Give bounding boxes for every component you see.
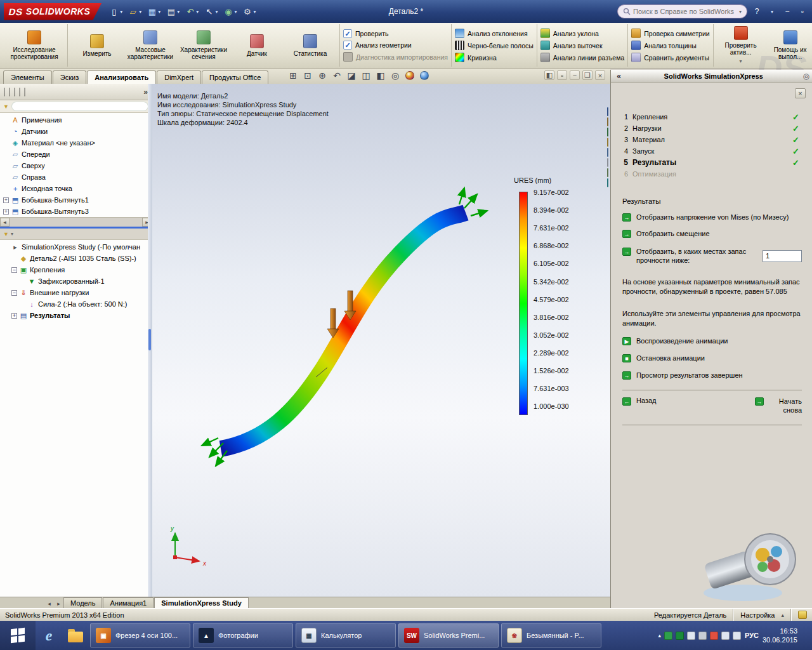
zoom-button[interactable]: ⊕ xyxy=(316,69,329,82)
doc-minimize-button[interactable]: − xyxy=(570,70,580,80)
taskbar-app-solidworks[interactable]: SWSolidWorks Premi... xyxy=(398,623,499,647)
security-icon[interactable] xyxy=(664,632,672,640)
scrollbar-track[interactable] xyxy=(10,218,142,227)
close-panel-button[interactable]: × xyxy=(795,88,806,98)
doc-cascade-button[interactable]: ◧ xyxy=(544,70,554,80)
stop-animation-button[interactable]: ■Остановка анимации xyxy=(622,354,705,362)
tree-item[interactable]: ＋Исходная точка xyxy=(0,183,152,194)
restart-button[interactable]: → Начать снова xyxy=(755,397,802,415)
panel-splitter[interactable] xyxy=(148,84,152,597)
back-button[interactable]: ← Назад xyxy=(622,397,657,406)
display-style-button[interactable]: ◧ xyxy=(374,69,387,82)
section-properties-button[interactable]: Характеристики сечения xyxy=(178,30,230,60)
symmetry-check-button[interactable]: Проверка симметрии xyxy=(631,29,709,38)
tabs-scroll-right-button[interactable]: ▸ xyxy=(54,599,63,608)
configuration-manager-tab[interactable] xyxy=(14,88,15,96)
rebuild-button[interactable]: ◉▾ xyxy=(221,4,239,19)
doc-close-button[interactable]: × xyxy=(595,70,605,80)
tree-item[interactable]: ▱Спереди xyxy=(0,149,152,160)
zoom-fit-button[interactable]: ⊞ xyxy=(287,69,299,82)
tree-item[interactable]: ↓Сила-2 (:На объект: 500 N:) xyxy=(0,298,152,310)
collapse-panel-button[interactable]: « xyxy=(613,71,624,82)
tree-item[interactable]: ▱Сверху xyxy=(0,160,152,171)
tree-item[interactable]: ◔Датчики xyxy=(0,126,152,137)
previous-view-button[interactable]: ↶ xyxy=(331,69,343,82)
help-complete-button[interactable]: Помощь их выпол... xyxy=(766,30,812,60)
eco-icon[interactable] xyxy=(676,632,684,640)
geometry-analysis-button[interactable]: ✓Анализ геометрии xyxy=(343,41,448,50)
parting-line-analysis-button[interactable]: Анализ линии разъема xyxy=(540,53,624,62)
expander-icon[interactable]: + xyxy=(3,209,9,215)
property-manager-tab[interactable] xyxy=(9,88,10,96)
wizard-step[interactable]: 6Оптимизация xyxy=(622,168,801,180)
alert-icon[interactable] xyxy=(710,632,718,640)
wizard-step[interactable]: 1Крепления✓ xyxy=(622,111,801,123)
overflow-chevron-icon[interactable]: » xyxy=(143,88,148,96)
network-icon[interactable] xyxy=(721,632,730,640)
volume-icon[interactable] xyxy=(733,632,741,640)
wizard-step[interactable]: 5Результаты✓ xyxy=(622,157,801,168)
select-button[interactable]: ↖▾ xyxy=(202,4,219,19)
design-study-button[interactable]: Исследование проектирования xyxy=(4,30,64,60)
command-tab[interactable]: Элементы xyxy=(3,70,52,84)
deviation-analysis-button[interactable]: Анализ отклонения xyxy=(455,29,534,38)
tree-item[interactable]: +⬒Бобышка-Вытянуть1 xyxy=(0,194,152,206)
display-manager-tab[interactable] xyxy=(24,88,25,96)
feature-tree-tab[interactable] xyxy=(4,88,5,96)
undercut-analysis-button[interactable]: Анализ выточек xyxy=(540,41,624,50)
options-button[interactable]: ⚙▾ xyxy=(240,4,258,19)
new-button[interactable]: ▯▾ xyxy=(107,4,124,19)
restore-button[interactable]: ▫ xyxy=(797,6,808,17)
print-button[interactable]: ▤▾ xyxy=(164,4,181,19)
clock[interactable]: 16:53 30.06.2015 xyxy=(763,627,797,644)
tree-item[interactable]: ◈Материал <не указан> xyxy=(0,137,152,149)
tree-item[interactable]: ▼Зафиксированный-1 xyxy=(0,275,152,287)
tree-item[interactable]: ▸SimulationXpress Study (-По умолчан xyxy=(0,241,152,253)
graphics-area[interactable]: x y Имя модели: Деталь2Имя исследования:… xyxy=(152,84,610,597)
done-viewing-results-button[interactable]: →Просмотр результатов завершен xyxy=(622,371,743,380)
mesh-button[interactable] xyxy=(607,179,608,187)
show-displacement-button[interactable]: →Отобразить смещение xyxy=(622,229,710,238)
tag-icon[interactable] xyxy=(798,611,807,619)
expander-icon[interactable]: − xyxy=(11,290,17,296)
usb-icon[interactable] xyxy=(698,632,707,640)
filter-tree-input[interactable] xyxy=(11,102,148,111)
expander-icon[interactable]: + xyxy=(11,313,17,319)
wizard-step[interactable]: 3Материал✓ xyxy=(622,134,801,145)
tree-item[interactable]: +⬒Бобышка-Вытянуть3 xyxy=(0,206,152,217)
scroll-left-button[interactable]: ◂ xyxy=(0,218,10,227)
command-tab[interactable]: Продукты Office xyxy=(202,70,268,84)
expander-icon[interactable]: − xyxy=(11,267,17,273)
command-tab[interactable]: DimXpert xyxy=(157,70,201,84)
appearances-button[interactable] xyxy=(403,69,416,82)
doc-new-window-button[interactable]: ▫ xyxy=(557,70,567,80)
show-von-mises-button[interactable]: →Отобразить напряжение von Mises (по Миз… xyxy=(622,213,789,222)
view-orientation-button[interactable]: ◫ xyxy=(360,69,372,82)
tree-item[interactable]: +▤Результаты xyxy=(0,310,152,321)
help-search[interactable]: ▾ xyxy=(617,4,747,18)
monitor-button[interactable] xyxy=(607,108,608,116)
tree-item[interactable]: ◆Деталь2 (-AISI 1035 Сталь (SS)-) xyxy=(0,253,152,264)
compare-documents-button[interactable]: Сравнить документы xyxy=(631,53,709,62)
customize-status[interactable]: Настройка xyxy=(740,611,775,619)
expander-icon[interactable]: + xyxy=(3,197,9,203)
tree-item[interactable]: −▣Крепления xyxy=(0,264,152,275)
render-button[interactable] xyxy=(607,159,608,166)
command-tab[interactable]: Эскиз xyxy=(53,70,86,84)
taskbar-app-calculator[interactable]: ▦Калькулятор xyxy=(296,623,396,647)
doc-restore-button[interactable]: ❏ xyxy=(582,70,593,80)
internet-explorer-button[interactable]: e xyxy=(36,621,62,650)
show-fos-below-button[interactable]: → Отобразить, в каких местах запас прочн… xyxy=(622,247,757,265)
taskbar-app-photo-viewer[interactable]: ▣Фрезер 4 оси 100... xyxy=(90,623,190,647)
minimize-button[interactable]: − xyxy=(782,6,793,17)
spreadsheet-button[interactable] xyxy=(607,169,608,176)
display-button[interactable] xyxy=(607,149,608,156)
chevron-up-icon[interactable]: ▴ xyxy=(781,612,784,618)
tree-item[interactable]: ▱Справа xyxy=(0,171,152,183)
tree-horizontal-scrollbar[interactable]: ◂ ▸ xyxy=(0,217,152,227)
tree-item[interactable]: AПримечания xyxy=(0,114,152,126)
scene-button[interactable] xyxy=(418,69,431,82)
measure-button[interactable]: Измерить xyxy=(71,34,123,57)
help-button[interactable]: ? xyxy=(751,6,763,17)
section-view-button[interactable]: ◪ xyxy=(345,69,358,82)
